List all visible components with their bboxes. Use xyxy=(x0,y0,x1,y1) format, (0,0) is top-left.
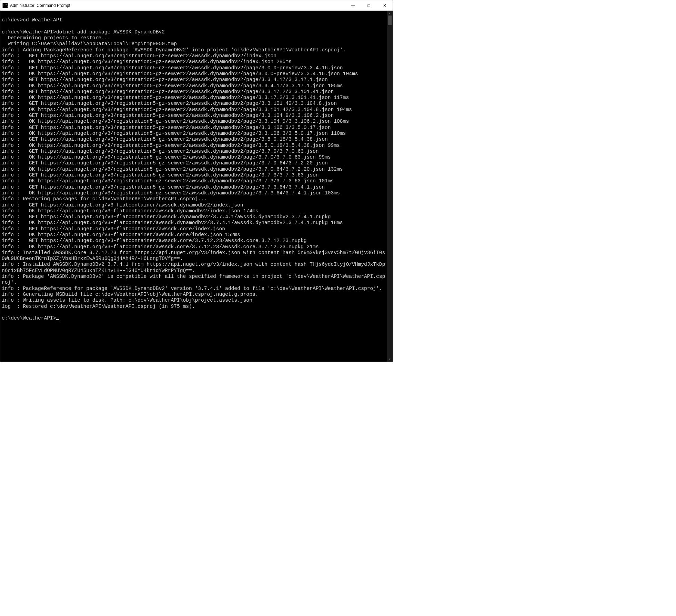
window-title: Administrator: Command Prompt xyxy=(10,3,345,8)
scroll-up-icon[interactable]: ▲ xyxy=(387,11,393,16)
scroll-down-icon[interactable]: ▼ xyxy=(387,357,393,362)
window-controls: — □ ✕ xyxy=(345,0,393,10)
minimize-button[interactable]: — xyxy=(345,0,361,10)
terminal-area: c:\dev>cd WeatherAPI c:\dev\WeatherAPI>d… xyxy=(0,11,393,362)
scroll-thumb[interactable] xyxy=(388,16,392,25)
cmd-icon: C:\ xyxy=(2,3,8,8)
terminal-output[interactable]: c:\dev>cd WeatherAPI c:\dev\WeatherAPI>d… xyxy=(0,11,387,362)
cursor xyxy=(56,319,59,320)
maximize-button[interactable]: □ xyxy=(361,0,377,10)
scrollbar[interactable]: ▲ ▼ xyxy=(387,11,393,362)
command-prompt-window: C:\ Administrator: Command Prompt — □ ✕ … xyxy=(0,0,393,362)
close-button[interactable]: ✕ xyxy=(377,0,393,10)
titlebar[interactable]: C:\ Administrator: Command Prompt — □ ✕ xyxy=(0,0,393,11)
